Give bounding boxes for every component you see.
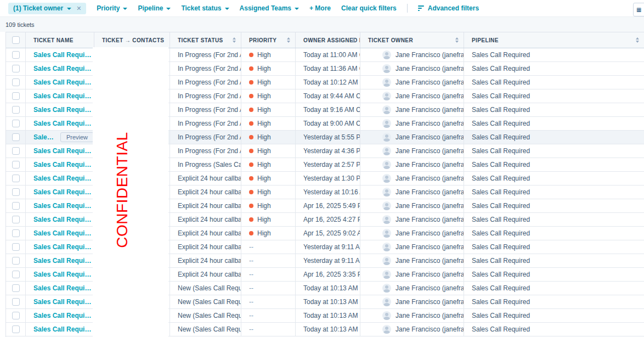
owner-name: Jane Francisco (janefra... bbox=[396, 229, 464, 237]
ticket-owner-cell: Jane Francisco (janefra... bbox=[360, 240, 464, 254]
ticket-name-link[interactable]: Sales Call Required bbox=[33, 257, 94, 265]
ticket-name-link[interactable]: Sales Call Required ... bbox=[33, 175, 94, 182]
priority-cell: High bbox=[241, 89, 295, 103]
row-checkbox[interactable] bbox=[12, 106, 20, 114]
row-checkbox[interactable] bbox=[12, 229, 20, 237]
ticket-status-cell: In Progress (For 2nd A... bbox=[170, 103, 241, 116]
filter-pipeline[interactable]: Pipeline bbox=[138, 4, 171, 12]
row-checkbox-cell bbox=[6, 62, 25, 75]
header-pipeline[interactable]: PIPELINE bbox=[464, 32, 644, 48]
ticket-name-link[interactable]: Sales Call Required bbox=[33, 284, 94, 292]
ticket-name-link[interactable]: Sales Call Required ... bbox=[33, 92, 94, 100]
row-checkbox[interactable] bbox=[12, 175, 20, 182]
row-checkbox[interactable] bbox=[12, 325, 20, 333]
owner-name: Jane Francisco (janefra... bbox=[396, 312, 464, 319]
ticket-name-link[interactable]: Sales Call Required ... bbox=[33, 161, 94, 168]
ticket-name-cell: Sales Call Required bbox=[25, 254, 94, 267]
sort-carets-icon[interactable] bbox=[233, 37, 236, 43]
priority-cell: High bbox=[241, 117, 295, 130]
priority-high-dot-icon bbox=[249, 80, 253, 85]
owner-assigned-date-cell: Apr 16, 2025 4:27 PM CDT bbox=[295, 213, 360, 226]
row-checkbox[interactable] bbox=[12, 120, 20, 127]
ticket-owner-cell: Jane Francisco (janefra... bbox=[360, 282, 464, 295]
row-checkbox[interactable] bbox=[12, 78, 20, 86]
ticket-owner-cell: Jane Francisco (janefra... bbox=[360, 117, 464, 130]
filter-assigned-teams[interactable]: Assigned Teams bbox=[240, 4, 299, 12]
ticket-status-cell: Explicit 24 hour callba... bbox=[170, 268, 241, 281]
filter-priority[interactable]: Priority bbox=[97, 4, 127, 12]
row-checkbox[interactable] bbox=[12, 147, 20, 155]
sort-carets-icon[interactable] bbox=[352, 37, 355, 43]
count-bar: 109 tickets bbox=[0, 16, 644, 32]
row-checkbox[interactable] bbox=[12, 243, 20, 251]
header-priority[interactable]: PRIORITY bbox=[241, 32, 295, 48]
sort-carets-icon[interactable] bbox=[636, 37, 639, 43]
ticket-name-link[interactable]: Sales Call Required ... bbox=[33, 65, 94, 72]
header-ticket-contacts[interactable]: TICKET → CONTACTS bbox=[94, 32, 170, 48]
select-all-checkbox[interactable] bbox=[12, 36, 20, 44]
view-toggle-button[interactable]: ▦ bbox=[633, 3, 644, 16]
pipeline-cell: Sales Call Required bbox=[464, 309, 644, 322]
ticket-name-link[interactable]: Sales Call Required ... bbox=[33, 106, 94, 114]
ticket-name-link[interactable]: Sales Call Required ... bbox=[33, 202, 94, 210]
priority-label: -- bbox=[249, 257, 253, 265]
row-checkbox[interactable] bbox=[12, 202, 20, 210]
row-checkbox[interactable] bbox=[12, 298, 20, 306]
advanced-filters-button[interactable]: Advanced filters bbox=[418, 4, 479, 12]
row-checkbox[interactable] bbox=[12, 284, 20, 292]
row-checkbox[interactable] bbox=[12, 51, 20, 59]
priority-cell: High bbox=[241, 131, 295, 144]
header-ticket-status[interactable]: TICKET STATUS bbox=[170, 32, 241, 48]
ticket-name-link[interactable]: Sales Call Required ... bbox=[33, 120, 94, 127]
active-filter-chip-ticket-owner[interactable]: (1) Ticket owner ✕ bbox=[8, 3, 86, 14]
row-checkbox[interactable] bbox=[12, 161, 20, 168]
row-checkbox[interactable] bbox=[12, 257, 20, 265]
ticket-name-link[interactable]: Sales Call Required ... bbox=[33, 51, 94, 59]
row-checkbox[interactable] bbox=[12, 216, 20, 223]
filter-lines-icon bbox=[418, 5, 424, 11]
header-owner-assigned-date[interactable]: OWNER ASSIGNED DATE bbox=[295, 32, 360, 48]
priority-high-dot-icon bbox=[249, 66, 253, 71]
header-ticket-owner[interactable]: TICKET OWNER bbox=[360, 32, 464, 48]
row-checkbox[interactable] bbox=[12, 271, 20, 278]
sort-carets-icon[interactable] bbox=[287, 37, 290, 43]
ticket-name-link[interactable]: Sales Call Required ... bbox=[33, 78, 94, 86]
ticket-name-link[interactable]: Sales Call Required bbox=[33, 312, 94, 319]
ticket-name-cell: Sales Call Required bbox=[25, 295, 94, 308]
row-checkbox[interactable] bbox=[12, 65, 20, 72]
ticket-owner-cell: Jane Francisco (janefra... bbox=[360, 158, 464, 171]
row-checkbox[interactable] bbox=[12, 133, 20, 141]
row-checkbox[interactable] bbox=[12, 312, 20, 319]
ticket-name-link[interactable]: Sales Call Required bbox=[33, 298, 94, 306]
sort-carets-icon[interactable] bbox=[455, 37, 459, 43]
ticket-name-link[interactable]: Sales Call Required bbox=[33, 271, 94, 278]
owner-assigned-date-cell: Today at 10:12 AM CDT bbox=[295, 76, 360, 89]
ticket-name-link[interactable]: Sales Call Required ... bbox=[33, 147, 94, 155]
owner-avatar bbox=[382, 270, 391, 279]
ticket-name-link[interactable]: Sales Ca... bbox=[33, 133, 55, 141]
remove-filter-icon[interactable]: ✕ bbox=[76, 5, 81, 12]
ticket-name-link[interactable]: Sales Call Required bbox=[33, 325, 94, 333]
row-checkbox[interactable] bbox=[12, 92, 20, 100]
ticket-name-link[interactable]: Sales Call Required ... bbox=[33, 188, 94, 196]
owner-name: Jane Francisco (janefra... bbox=[396, 298, 464, 306]
row-checkbox-cell bbox=[6, 199, 25, 212]
ticket-name-cell: Sales Call Required bbox=[25, 323, 94, 336]
preview-button[interactable]: Preview bbox=[60, 132, 94, 142]
more-filters-button[interactable]: + More bbox=[309, 4, 331, 12]
owner-avatar bbox=[382, 325, 391, 334]
pipeline-cell: Sales Call Required bbox=[464, 323, 644, 336]
priority-label: -- bbox=[249, 284, 253, 292]
priority-high-dot-icon bbox=[249, 135, 253, 139]
ticket-owner-cell: Jane Francisco (janefra... bbox=[360, 62, 464, 75]
filter-ticket-status[interactable]: Ticket status bbox=[181, 4, 229, 12]
row-checkbox-cell bbox=[6, 254, 25, 267]
active-filter-label: (1) Ticket owner bbox=[13, 4, 63, 12]
ticket-name-link[interactable]: Sales Call Required bbox=[33, 243, 94, 251]
ticket-name-link[interactable]: Sales Call Required ... bbox=[33, 229, 94, 237]
ticket-name-cell: Sales Call Required ... bbox=[25, 172, 94, 185]
clear-quick-filters-button[interactable]: Clear quick filters bbox=[341, 4, 397, 12]
ticket-name-link[interactable]: Sales Call Required ... bbox=[33, 216, 94, 223]
header-ticket-name[interactable]: TICKET NAME bbox=[25, 32, 94, 48]
row-checkbox[interactable] bbox=[12, 188, 20, 196]
